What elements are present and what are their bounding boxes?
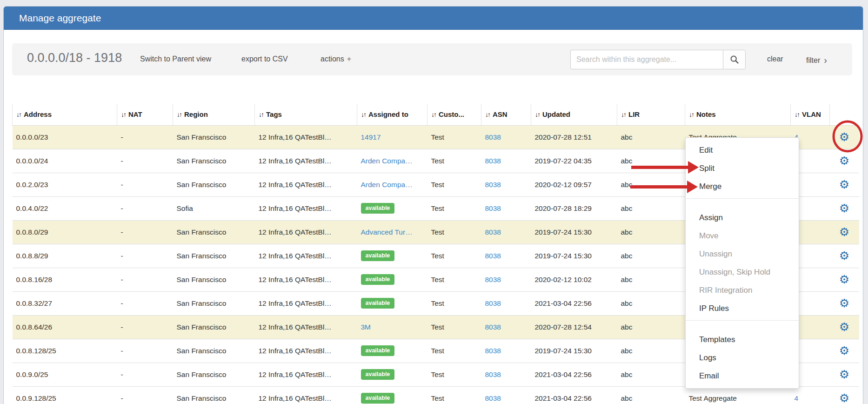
export-csv-link[interactable]: export to CSV xyxy=(241,55,288,63)
cell-tags: 12 Infra,16 QATestBl… xyxy=(255,125,357,149)
cell-updated: 2019-07-24 15:30 xyxy=(531,339,617,363)
cell-nat: - xyxy=(117,386,173,404)
menu-item-split[interactable]: Split xyxy=(686,159,799,177)
available-badge: available xyxy=(361,274,395,285)
filter-link[interactable]: filter› xyxy=(806,55,827,66)
gear-icon[interactable]: ⚙ xyxy=(839,202,849,215)
panel-header: Manage aggregate xyxy=(4,7,863,30)
cell-lir: abc xyxy=(617,125,685,149)
cell-lir: abc xyxy=(617,315,685,339)
gear-icon[interactable]: ⚙ xyxy=(839,344,849,357)
col-header-assigned-to[interactable]: ↓↑Assigned to xyxy=(357,104,427,125)
cell-assigned: available xyxy=(357,386,427,404)
assigned-link[interactable]: Arden Compa… xyxy=(361,157,413,165)
chevron-right-icon: › xyxy=(824,55,827,65)
cell-customer: Test xyxy=(427,386,481,404)
asn-link[interactable]: 8038 xyxy=(485,204,501,212)
sort-icon: ↓↑ xyxy=(621,111,626,118)
cell-tags: 12 Infra,16 QATestBl… xyxy=(255,196,357,220)
vlan-link[interactable]: 4 xyxy=(795,394,799,402)
menu-item-logs[interactable]: Logs xyxy=(686,349,799,367)
cell-address: 0.0.8.32/27 xyxy=(13,291,117,315)
cell-notes: Test Aggregate xyxy=(685,386,791,404)
gear-icon[interactable]: ⚙ xyxy=(839,368,849,381)
sort-icon: ↓↑ xyxy=(795,111,799,118)
search-input[interactable] xyxy=(570,50,723,69)
cell-customer: Test xyxy=(427,173,481,196)
cell-region: San Franscisco xyxy=(173,363,255,386)
available-badge: available xyxy=(361,369,395,380)
cell-region: San Franscisco xyxy=(173,291,255,315)
col-header-notes[interactable]: ↓↑Notes xyxy=(685,104,791,125)
assigned-link[interactable]: 14917 xyxy=(361,133,381,141)
cell-asn: 8038 xyxy=(481,244,531,268)
cell-address: 0.0.9.0/25 xyxy=(13,363,117,386)
filter-label: filter xyxy=(806,56,820,64)
cell-assigned: Arden Compa… xyxy=(357,173,427,196)
col-header-tags[interactable]: ↓↑Tags xyxy=(255,104,357,125)
assigned-link[interactable]: 3M xyxy=(361,323,371,331)
cell-address: 0.0.0.0/24 xyxy=(13,149,117,173)
cell-tags: 12 Infra,16 QATestBl… xyxy=(255,386,357,404)
col-header-vlan[interactable]: ↓↑VLAN xyxy=(791,104,830,125)
asn-link[interactable]: 8038 xyxy=(485,157,501,165)
menu-item-assign[interactable]: Assign xyxy=(686,209,799,227)
asn-link[interactable]: 8038 xyxy=(485,323,501,331)
cell-region: San Franscisco xyxy=(173,315,255,339)
available-badge: available xyxy=(361,345,395,356)
cell-nat: - xyxy=(117,268,173,291)
asn-link[interactable]: 8038 xyxy=(485,276,501,283)
col-header-address[interactable]: ↓↑Address xyxy=(13,104,117,125)
asn-link[interactable]: 8038 xyxy=(485,133,501,141)
search-button[interactable] xyxy=(723,50,746,69)
menu-item-unassign-skip-hold: Unassign, Skip Hold xyxy=(686,263,799,281)
menu-item-ip-rules[interactable]: IP Rules xyxy=(686,299,799,317)
cell-customer: Test xyxy=(427,220,481,244)
col-header-customer[interactable]: ↓↑Custo... xyxy=(427,104,481,125)
cell-customer: Test xyxy=(427,196,481,220)
asn-link[interactable]: 8038 xyxy=(485,370,501,378)
menu-item-edit[interactable]: Edit xyxy=(686,141,799,159)
assigned-link[interactable]: Advanced Tur… xyxy=(361,228,413,236)
cell-tags: 12 Infra,16 QATestBl… xyxy=(255,363,357,386)
gear-icon[interactable]: ⚙ xyxy=(839,178,849,191)
actions-dropdown[interactable]: actions+ xyxy=(320,55,351,63)
gear-icon[interactable]: ⚙ xyxy=(839,273,849,286)
sort-icon: ↓↑ xyxy=(121,111,126,118)
asn-link[interactable]: 8038 xyxy=(485,299,501,307)
gear-icon[interactable]: ⚙ xyxy=(839,296,849,310)
gear-icon[interactable]: ⚙ xyxy=(839,225,849,239)
cell-nat: - xyxy=(117,196,173,220)
menu-item-merge[interactable]: Merge xyxy=(686,177,799,195)
gear-icon[interactable]: ⚙ xyxy=(839,130,849,144)
col-header-lir[interactable]: ↓↑LIR xyxy=(617,104,685,125)
asn-link[interactable]: 8038 xyxy=(485,228,501,236)
gear-icon[interactable]: ⚙ xyxy=(839,154,849,168)
asn-link[interactable]: 8038 xyxy=(485,181,501,189)
menu-item-templates[interactable]: Templates xyxy=(686,330,799,349)
col-header-region[interactable]: ↓↑Region xyxy=(173,104,255,125)
cell-updated: 2019-07-24 15:30 xyxy=(531,220,617,244)
cell-region: Sofia xyxy=(173,196,255,220)
col-header-updated[interactable]: ↓↑Updated xyxy=(531,104,617,125)
gear-icon[interactable]: ⚙ xyxy=(839,320,849,334)
asn-link[interactable]: 8038 xyxy=(485,252,501,260)
menu-item-email[interactable]: Email xyxy=(686,367,799,385)
cell-address: 0.0.8.8/29 xyxy=(13,244,117,268)
switch-parent-view-link[interactable]: Switch to Parent view xyxy=(140,55,211,63)
available-badge: available xyxy=(361,393,395,404)
sort-icon: ↓↑ xyxy=(431,111,436,118)
gear-icon[interactable]: ⚙ xyxy=(839,391,849,404)
col-header-nat[interactable]: ↓↑NAT xyxy=(117,104,173,125)
col-header-asn[interactable]: ↓↑ASN xyxy=(481,104,531,125)
cell-address: 0.0.8.128/25 xyxy=(13,339,117,363)
asn-link[interactable]: 8038 xyxy=(485,394,501,402)
assigned-link[interactable]: Arden Compa… xyxy=(361,181,413,189)
clear-link[interactable]: clear xyxy=(767,55,783,63)
cell-updated: 2019-07-24 15:30 xyxy=(531,244,617,268)
available-badge: available xyxy=(361,298,395,309)
asn-link[interactable]: 8038 xyxy=(485,347,501,355)
gear-icon[interactable]: ⚙ xyxy=(839,249,849,263)
cell-tags: 12 Infra,16 QATestBl… xyxy=(255,315,357,339)
cell-lir: abc xyxy=(617,244,685,268)
